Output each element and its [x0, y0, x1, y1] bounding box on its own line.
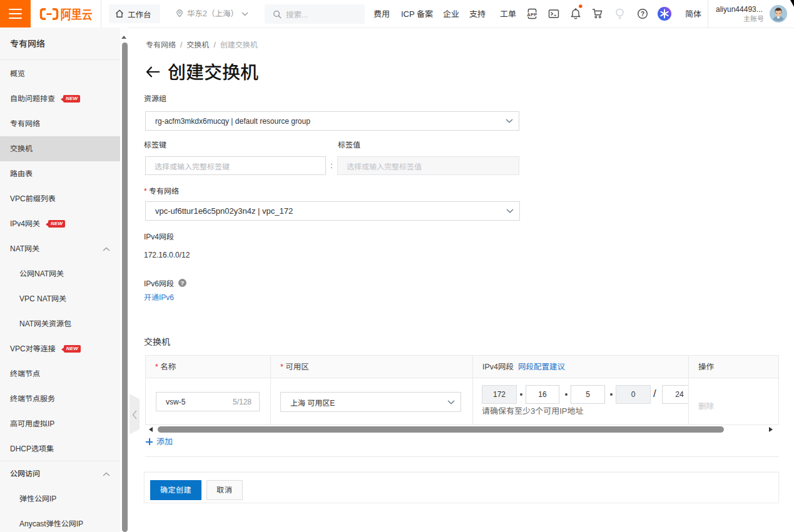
- svg-text:APP: APP: [527, 12, 537, 18]
- svg-text:?: ?: [641, 11, 644, 18]
- svg-text:?: ?: [181, 279, 185, 286]
